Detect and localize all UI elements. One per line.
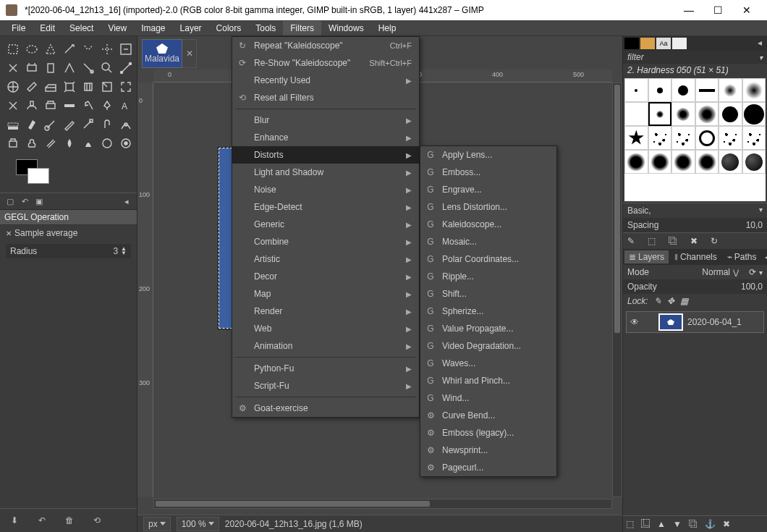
tool-icon-36[interactable] xyxy=(23,135,41,152)
brush-cell[interactable] xyxy=(624,126,648,150)
tab-menu-icon[interactable]: ◂ xyxy=(762,252,767,262)
lower-layer-icon[interactable]: ▼ xyxy=(673,519,682,529)
menu-file[interactable]: File xyxy=(4,21,33,35)
brush-cell[interactable] xyxy=(695,102,719,126)
new-layer-icon[interactable]: ⬚ xyxy=(626,519,634,529)
tool-icon-8[interactable] xyxy=(23,59,41,77)
zoom-dropdown[interactable]: 100 % xyxy=(177,517,219,531)
tool-icon-0[interactable] xyxy=(4,41,22,58)
menu-item-wind-[interactable]: GWind... xyxy=(420,389,556,407)
menu-item-mosaic-[interactable]: GMosaic... xyxy=(420,233,556,250)
tool-icon-39[interactable] xyxy=(80,135,97,152)
tool-icon-20[interactable] xyxy=(117,78,135,96)
tool-icon-17[interactable] xyxy=(61,78,78,96)
minimize-button[interactable]: — xyxy=(674,0,703,20)
brush-cell[interactable] xyxy=(719,78,742,102)
tab-channels[interactable]: ⦀Channels xyxy=(670,250,721,263)
menu-item-combine[interactable]: Combine▶ xyxy=(232,233,419,250)
tool-icon-41[interactable] xyxy=(117,135,135,152)
scrollbar-horizontal[interactable] xyxy=(153,499,612,509)
brush-cell[interactable] xyxy=(624,78,648,102)
menu-item-repeat-kaleidoscope-[interactable]: ↻Repeat "Kaleidoscope"Ctrl+F xyxy=(232,37,419,54)
brush-cell[interactable] xyxy=(648,126,672,150)
menu-item-enhance[interactable]: Enhance▶ xyxy=(232,129,419,146)
tool-icon-22[interactable] xyxy=(23,97,41,114)
tool-icon-19[interactable] xyxy=(98,78,116,96)
brush-cell[interactable] xyxy=(671,150,695,174)
blend-mode-row[interactable]: Mode Normal ⋁ ⟳ ▾ xyxy=(623,265,767,279)
menu-view[interactable]: View xyxy=(101,21,134,35)
menu-item-emboss-[interactable]: GEmboss... xyxy=(420,164,556,181)
edit-brush-icon[interactable]: ✎ xyxy=(627,236,635,246)
scrollbar-vertical[interactable] xyxy=(612,83,622,497)
menu-item-pagecurl-[interactable]: ⚙Pagecurl... xyxy=(420,459,556,476)
menu-item-light-and-shadow[interactable]: Light and Shadow▶ xyxy=(232,164,419,181)
tool-icon-11[interactable] xyxy=(80,59,97,77)
refresh-brushes-icon[interactable]: ↻ xyxy=(711,236,718,246)
menu-item-apply-lens-[interactable]: GApply Lens... xyxy=(420,146,556,164)
brush-cell[interactable] xyxy=(695,126,719,150)
menu-item-distorts[interactable]: Distorts▶ xyxy=(232,146,419,164)
menu-item-emboss-legacy-[interactable]: ⚙Emboss (legacy)... xyxy=(420,424,556,442)
menu-item-noise[interactable]: Noise▶ xyxy=(232,181,419,198)
tab-close-icon[interactable]: ✕ xyxy=(182,39,197,68)
undo-history-tab-icon[interactable]: ↶ xyxy=(19,195,30,207)
brush-cell[interactable] xyxy=(742,102,766,126)
raise-layer-icon[interactable]: ▲ xyxy=(657,519,666,529)
tool-icon-37[interactable] xyxy=(42,135,59,152)
menu-layer[interactable]: Layer xyxy=(173,21,209,35)
tool-icon-5[interactable] xyxy=(98,41,116,58)
brush-cell[interactable] xyxy=(624,102,648,126)
tool-icon-27[interactable]: A xyxy=(117,97,135,114)
tool-icon-10[interactable] xyxy=(61,59,78,77)
menu-item-reset-all-filters[interactable]: ⟲Reset all Filters xyxy=(232,89,419,106)
unit-dropdown[interactable]: px xyxy=(143,517,171,531)
tool-icon-16[interactable] xyxy=(42,78,59,96)
tool-icon-26[interactable] xyxy=(98,97,116,114)
menu-item-script-fu[interactable]: Script-Fu▶ xyxy=(232,377,419,394)
menu-item-video-degradation-[interactable]: GVideo Degradation... xyxy=(420,337,556,355)
menu-item-engrave-[interactable]: GEngrave... xyxy=(420,181,556,198)
tool-icon-35[interactable] xyxy=(4,135,22,152)
tool-icon-21[interactable] xyxy=(4,97,22,114)
menu-tools[interactable]: Tools xyxy=(248,21,283,35)
brush-cell[interactable] xyxy=(624,150,648,174)
anchor-layer-icon[interactable]: ⚓ xyxy=(705,519,716,529)
brush-cell[interactable] xyxy=(719,102,742,126)
menu-select[interactable]: Select xyxy=(62,21,101,35)
brush-cell[interactable] xyxy=(671,126,695,150)
menu-item-blur[interactable]: Blur▶ xyxy=(232,111,419,129)
reset-options-icon[interactable]: ⟲ xyxy=(90,513,104,528)
tool-icon-14[interactable] xyxy=(4,78,22,96)
sample-average-row[interactable]: ✕ Sample average xyxy=(0,225,137,241)
menu-filters[interactable]: Filters xyxy=(283,21,321,35)
restore-options-icon[interactable]: ↶ xyxy=(35,513,49,528)
tool-icon-7[interactable] xyxy=(4,59,22,77)
tool-icon-24[interactable] xyxy=(61,97,78,114)
patterns-tab-icon[interactable] xyxy=(640,38,655,49)
filter-input[interactable]: filter ▾ xyxy=(623,51,767,64)
spacing-row[interactable]: Spacing 10,0 xyxy=(623,218,767,232)
tab-menu-icon[interactable]: ◂ xyxy=(754,38,766,49)
tool-icon-15[interactable] xyxy=(23,78,41,96)
tool-icon-28[interactable] xyxy=(4,116,22,133)
tool-icon-40[interactable] xyxy=(98,135,116,152)
menu-item-generic[interactable]: Generic▶ xyxy=(232,216,419,233)
brush-cell[interactable] xyxy=(695,78,719,102)
menu-item-recently-used[interactable]: Recently Used▶ xyxy=(232,72,419,89)
delete-options-icon[interactable]: 🗑 xyxy=(62,513,77,528)
mode-switch-icon[interactable]: ⟳ xyxy=(749,267,756,277)
brush-cell[interactable] xyxy=(671,102,695,126)
menu-item-edge-detect[interactable]: Edge-Detect▶ xyxy=(232,198,419,216)
brush-cell[interactable] xyxy=(742,150,766,174)
tool-icon-34[interactable] xyxy=(117,116,135,133)
tool-icon-12[interactable] xyxy=(98,59,116,77)
new-brush-icon[interactable]: ⬚ xyxy=(648,236,656,246)
brush-cell[interactable] xyxy=(671,78,695,102)
menu-item-value-propagate-[interactable]: GValue Propagate... xyxy=(420,320,556,337)
brush-cell[interactable] xyxy=(742,126,766,150)
opacity-row[interactable]: Opacity 100,0 xyxy=(623,279,767,294)
tool-icon-32[interactable] xyxy=(80,116,97,133)
tool-icon-9[interactable] xyxy=(42,59,59,77)
brush-cell[interactable] xyxy=(719,126,742,150)
